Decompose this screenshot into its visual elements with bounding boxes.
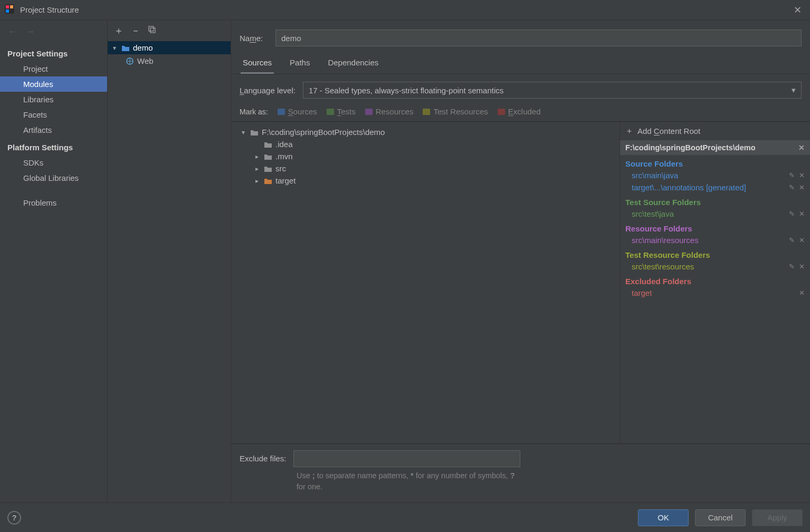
- folder-icon: [365, 109, 373, 115]
- add-module-icon[interactable]: ＋: [114, 24, 123, 37]
- mark-test-resources[interactable]: Test Resources: [423, 107, 488, 116]
- language-level-select[interactable]: 17 - Sealed types, always-strict floatin…: [303, 82, 802, 99]
- source-tree: ▾ F:\coding\springBootProjects\demo .ide…: [231, 122, 620, 443]
- src-node-src[interactable]: ▸ src: [235, 162, 615, 175]
- src-root[interactable]: ▾ F:\coding\springBootProjects\demo: [235, 126, 615, 138]
- sidebar-item-problems[interactable]: Problems: [0, 195, 107, 210]
- chevron-down-icon: ▾: [792, 85, 796, 95]
- close-icon[interactable]: ✕: [789, 2, 806, 18]
- exclude-files-label: Exclude files:: [240, 454, 286, 463]
- folder-icon: [423, 109, 430, 115]
- chevron-right-icon[interactable]: ▸: [253, 153, 261, 160]
- nav-back-icon[interactable]: ←: [7, 26, 17, 37]
- apply-button[interactable]: Apply: [752, 509, 803, 526]
- remove-module-icon[interactable]: －: [131, 24, 140, 37]
- mark-sources[interactable]: Sources: [278, 107, 317, 116]
- remove-root-icon[interactable]: ✕: [798, 143, 805, 152]
- module-node-demo[interactable]: ▾ demo: [108, 41, 231, 54]
- src-node-label: target: [275, 176, 296, 185]
- svg-rect-1: [6, 5, 9, 8]
- mark-as-label: Mark as:: [240, 108, 268, 116]
- remove-icon[interactable]: ✕: [799, 183, 805, 191]
- cat-item-src-main-java[interactable]: src\main\java ✎✕: [620, 169, 810, 181]
- left-sidebar: ← → Project Settings Project Modules Lib…: [0, 20, 108, 502]
- cat-excluded-folders: Excluded Folders: [620, 273, 810, 287]
- module-name-input[interactable]: [275, 30, 802, 46]
- mark-excluded[interactable]: Excluded: [498, 107, 541, 116]
- mark-tests[interactable]: Tests: [327, 107, 356, 116]
- remove-icon[interactable]: ✕: [799, 289, 805, 297]
- sidebar-item-global-libraries[interactable]: Global Libraries: [0, 170, 107, 186]
- sidebar-item-libraries[interactable]: Libraries: [0, 92, 107, 107]
- detail-panel: Name: Sources Paths Dependencies Languag…: [231, 20, 810, 502]
- svg-rect-3: [6, 9, 9, 13]
- language-level-label: Language level:: [240, 86, 296, 95]
- sidebar-item-artifacts[interactable]: Artifacts: [0, 122, 107, 138]
- folder-icon: [264, 153, 272, 160]
- exclude-files-input[interactable]: [293, 450, 520, 467]
- sidebar-item-facets[interactable]: Facets: [0, 107, 107, 122]
- chevron-down-icon[interactable]: ▾: [240, 129, 247, 136]
- cat-item-target-annotations[interactable]: target\...\annotations [generated] ✎✕: [620, 181, 810, 194]
- cat-item-src-main-resources[interactable]: src\main\resources ✎✕: [620, 234, 810, 246]
- src-node-mvn[interactable]: ▸ .mvn: [235, 150, 615, 162]
- language-level-value: 17 - Sealed types, always-strict floatin…: [309, 86, 503, 95]
- remove-icon[interactable]: ✕: [799, 263, 805, 270]
- chevron-down-icon[interactable]: ▾: [111, 44, 118, 52]
- sidebar-item-project[interactable]: Project: [0, 61, 107, 76]
- module-label: demo: [133, 43, 153, 52]
- src-node-label: src: [275, 164, 286, 173]
- help-icon[interactable]: ?: [7, 511, 21, 525]
- remove-icon[interactable]: ✕: [799, 236, 805, 244]
- folder-icon: [250, 129, 259, 136]
- content-roots-panel: ＋ Add Content Root F:\coding\springBootP…: [620, 122, 810, 443]
- add-content-root-button[interactable]: ＋ Add Content Root: [620, 122, 810, 140]
- folder-icon: [278, 109, 285, 115]
- plus-icon: ＋: [625, 126, 633, 136]
- app-icon: [4, 4, 15, 16]
- module-icon: [121, 44, 130, 51]
- svg-rect-5: [150, 28, 155, 33]
- nav-forward-icon[interactable]: →: [25, 26, 35, 37]
- module-node-web[interactable]: Web: [108, 54, 231, 67]
- tab-paths[interactable]: Paths: [288, 53, 312, 74]
- edit-icon[interactable]: ✎: [789, 236, 795, 244]
- titlebar: Project Structure ✕: [0, 0, 810, 20]
- src-node-idea[interactable]: .idea: [235, 138, 615, 150]
- edit-icon[interactable]: ✎: [789, 171, 795, 179]
- section-platform-settings: Platform Settings: [0, 138, 107, 155]
- edit-icon[interactable]: ✎: [789, 263, 795, 270]
- mark-resources[interactable]: Resources: [365, 107, 414, 116]
- svg-rect-4: [149, 26, 154, 31]
- chevron-right-icon[interactable]: ▸: [253, 165, 261, 172]
- cat-test-resource-folders: Test Resource Folders: [620, 246, 810, 260]
- detail-tabs: Sources Paths Dependencies: [231, 53, 810, 74]
- src-root-label: F:\coding\springBootProjects\demo: [262, 128, 385, 137]
- sidebar-item-modules[interactable]: Modules: [0, 76, 107, 92]
- name-label: Name:: [240, 34, 267, 43]
- module-child-label: Web: [137, 56, 154, 65]
- src-node-label: .idea: [275, 140, 293, 149]
- chevron-right-icon[interactable]: ▸: [253, 177, 261, 185]
- content-root-path[interactable]: F:\coding\springBootProjects\demo ✕: [620, 140, 810, 155]
- cat-item-target[interactable]: target ✕: [620, 287, 810, 299]
- dialog-footer: ? OK Cancel Apply: [0, 502, 810, 532]
- remove-icon[interactable]: ✕: [799, 171, 805, 179]
- src-node-target[interactable]: ▸ target: [235, 175, 615, 187]
- cat-item-src-test-resources[interactable]: src\test\resources ✎✕: [620, 260, 810, 273]
- sidebar-item-sdks[interactable]: SDKs: [0, 155, 107, 170]
- ok-button[interactable]: OK: [638, 509, 689, 526]
- cat-resource-folders: Resource Folders: [620, 220, 810, 234]
- copy-module-icon[interactable]: [148, 25, 156, 36]
- remove-icon[interactable]: ✕: [799, 210, 805, 218]
- window-title: Project Structure: [20, 5, 79, 14]
- folder-icon: [327, 109, 334, 115]
- tab-dependencies[interactable]: Dependencies: [326, 53, 380, 74]
- cat-item-src-test-java[interactable]: src\test\java ✎✕: [620, 208, 810, 220]
- cancel-button[interactable]: Cancel: [695, 509, 746, 526]
- folder-icon: [498, 109, 505, 115]
- edit-icon[interactable]: ✎: [789, 183, 795, 191]
- edit-icon[interactable]: ✎: [789, 210, 795, 218]
- tab-sources[interactable]: Sources: [241, 53, 274, 74]
- cat-test-source-folders: Test Source Folders: [620, 194, 810, 208]
